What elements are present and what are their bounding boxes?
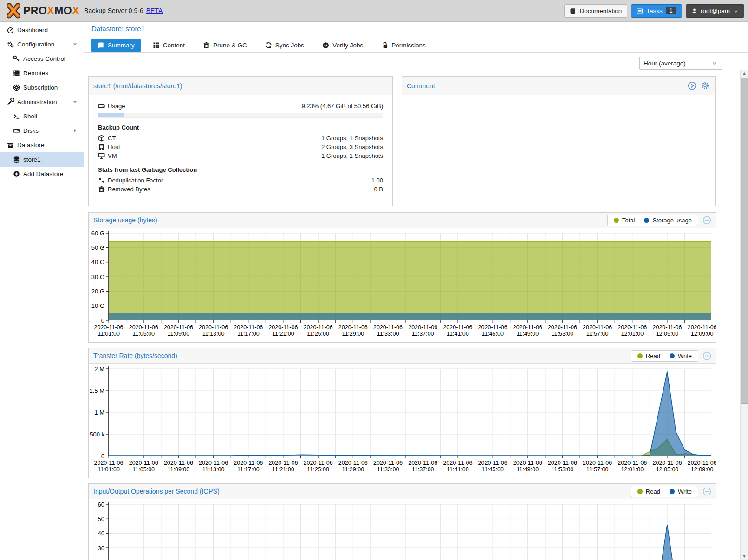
remotes-icon bbox=[13, 70, 23, 77]
collapse-circle-minus-icon[interactable] bbox=[702, 216, 711, 225]
sidebar-item-remotes[interactable]: Remotes bbox=[0, 66, 84, 80]
svg-text:2020-11-06: 2020-11-06 bbox=[373, 460, 403, 466]
legend-item[interactable]: Storage usage bbox=[644, 217, 692, 224]
tab-permissions[interactable]: Permissions bbox=[375, 39, 432, 52]
comment-panel-title: Comment bbox=[402, 82, 435, 90]
svg-text:2020-11-06: 2020-11-06 bbox=[268, 324, 298, 331]
svg-text:2020-11-06: 2020-11-06 bbox=[338, 324, 368, 331]
check-circle-icon bbox=[322, 42, 329, 49]
svg-text:0: 0 bbox=[101, 317, 104, 324]
tab-prune-gc[interactable]: Prune & GC bbox=[197, 39, 253, 52]
unlock-icon bbox=[381, 42, 388, 49]
legend-item[interactable]: Total bbox=[614, 217, 635, 224]
sidebar-item-administration[interactable]: Administration bbox=[0, 95, 84, 109]
sidebar-item-label: Dashboard bbox=[17, 26, 48, 33]
user-menu-button[interactable]: root@pam bbox=[686, 4, 744, 18]
caret-down-icon[interactable] bbox=[72, 41, 78, 47]
collapse-circle-minus-icon[interactable] bbox=[702, 487, 711, 496]
row-label: Host bbox=[108, 143, 321, 150]
sidebar-item-access-control[interactable]: Access Control bbox=[0, 52, 84, 66]
tab-verify-jobs[interactable]: Verify Jobs bbox=[316, 39, 369, 52]
scroll-up-arrow[interactable]: ▲ bbox=[741, 70, 748, 77]
sidebar-item-configuration[interactable]: Configuration bbox=[0, 37, 84, 52]
tab-sync-jobs[interactable]: Sync Jobs bbox=[259, 39, 310, 52]
sidebar-item-add-datastore[interactable]: Add Datastore bbox=[0, 167, 84, 181]
hdd-icon bbox=[98, 103, 108, 110]
svg-text:2020-11-06: 2020-11-06 bbox=[618, 324, 647, 331]
tab-label: Prune & GC bbox=[213, 42, 247, 49]
sidebar-item-subscription[interactable]: Subscription bbox=[0, 80, 84, 95]
time-range-value: Hour (average) bbox=[644, 60, 711, 67]
tab-bar: Summary Content Prune & GC Sync Jobs Ver… bbox=[91, 39, 432, 52]
plus-circle-icon bbox=[13, 170, 23, 177]
svg-text:11:25:00: 11:25:00 bbox=[307, 466, 329, 473]
legend-item[interactable]: Read bbox=[637, 488, 660, 495]
gear-icon[interactable] bbox=[701, 81, 709, 90]
beta-link[interactable]: BETA bbox=[146, 7, 163, 14]
collapse-circle-minus-icon[interactable] bbox=[702, 352, 711, 360]
proxmox-logo: PROXMOX Backup Server 0.9-6 BETA bbox=[0, 3, 163, 19]
svg-text:2020-11-06: 2020-11-06 bbox=[583, 460, 612, 466]
documentation-label: Documentation bbox=[579, 7, 622, 14]
expand-chevron-circle-icon[interactable] bbox=[688, 81, 696, 90]
legend-item[interactable]: Read bbox=[637, 352, 660, 359]
svg-text:11:33:00: 11:33:00 bbox=[377, 466, 399, 473]
tab-summary[interactable]: Summary bbox=[91, 39, 141, 52]
svg-text:2 M: 2 M bbox=[94, 365, 104, 372]
tab-content[interactable]: Content bbox=[147, 39, 191, 52]
caret-right-icon[interactable] bbox=[72, 128, 78, 134]
store1-panel-title: store1 (/mnt/datastores/store1) bbox=[89, 82, 182, 90]
svg-text:11:49:00: 11:49:00 bbox=[516, 331, 539, 337]
svg-text:11:29:00: 11:29:00 bbox=[342, 466, 364, 473]
caret-down-icon[interactable] bbox=[72, 99, 78, 105]
tab-label: Verify Jobs bbox=[332, 42, 363, 49]
documentation-button[interactable]: Documentation bbox=[564, 4, 627, 18]
legend-dot-icon bbox=[637, 353, 643, 358]
svg-text:12:09:00: 12:09:00 bbox=[691, 331, 714, 337]
row-value: 1.00 bbox=[371, 177, 383, 184]
building-icon bbox=[98, 143, 108, 150]
page-title: Datastore: store1 bbox=[91, 25, 145, 33]
iops-panel: Input/Output Operations per Second (IOPS… bbox=[88, 483, 716, 560]
gc-stats-title: Stats from last Garbage Collection bbox=[98, 166, 383, 173]
sidebar-item-store1[interactable]: store1 bbox=[0, 152, 84, 167]
comment-body[interactable] bbox=[402, 95, 715, 206]
svg-text:11:41:00: 11:41:00 bbox=[447, 331, 469, 337]
legend-item[interactable]: Write bbox=[670, 488, 692, 495]
svg-text:11:29:00: 11:29:00 bbox=[342, 331, 364, 337]
brand-text: PROXMOX bbox=[23, 5, 79, 17]
svg-text:2020-11-06: 2020-11-06 bbox=[199, 460, 228, 466]
vertical-scrollbar[interactable]: ▲ ▼ bbox=[740, 70, 748, 560]
trash-icon bbox=[98, 186, 108, 193]
sidebar-item-disks[interactable]: Disks bbox=[0, 124, 84, 138]
scrollbar-thumb[interactable] bbox=[741, 78, 748, 404]
svg-text:2020-11-06: 2020-11-06 bbox=[94, 324, 123, 331]
storage-chart-title: Storage usage (bytes) bbox=[89, 216, 157, 224]
svg-text:2020-11-06: 2020-11-06 bbox=[408, 460, 437, 466]
sidebar-item-shell[interactable]: Shell bbox=[0, 109, 84, 124]
sidebar-item-datastore[interactable]: Datastore bbox=[0, 138, 84, 152]
compress-icon bbox=[98, 177, 108, 184]
wrench-icon bbox=[7, 98, 17, 105]
legend-item[interactable]: Write bbox=[670, 352, 692, 359]
svg-text:30 G: 30 G bbox=[91, 273, 104, 280]
table-row: Host 2 Groups, 3 Snapshots bbox=[98, 143, 383, 151]
tasks-count-badge: 1 bbox=[666, 7, 676, 14]
svg-text:2020-11-06: 2020-11-06 bbox=[268, 460, 298, 466]
svg-text:2020-11-06: 2020-11-06 bbox=[583, 324, 612, 331]
tasks-button[interactable]: Tasks 1 bbox=[631, 4, 682, 18]
time-range-select[interactable]: Hour (average) bbox=[639, 57, 722, 70]
svg-text:2020-11-06: 2020-11-06 bbox=[408, 324, 437, 331]
svg-text:11:01:00: 11:01:00 bbox=[98, 331, 120, 337]
gauge-icon bbox=[7, 26, 17, 33]
legend-label: Write bbox=[678, 488, 692, 495]
svg-text:2020-11-06: 2020-11-06 bbox=[94, 460, 123, 466]
scroll-down-arrow[interactable]: ▼ bbox=[741, 553, 748, 560]
sidebar-item-dashboard[interactable]: Dashboard bbox=[0, 23, 84, 37]
tasks-label: Tasks bbox=[646, 7, 663, 14]
iops-chart-title: Input/Output Operations per Second (IOPS… bbox=[89, 488, 220, 495]
svg-text:11:41:00: 11:41:00 bbox=[447, 466, 469, 473]
storage-usage-panel: Storage usage (bytes) Total Storage usag… bbox=[88, 212, 716, 343]
svg-text:12:05:00: 12:05:00 bbox=[656, 466, 679, 473]
svg-text:11:05:00: 11:05:00 bbox=[132, 331, 155, 337]
